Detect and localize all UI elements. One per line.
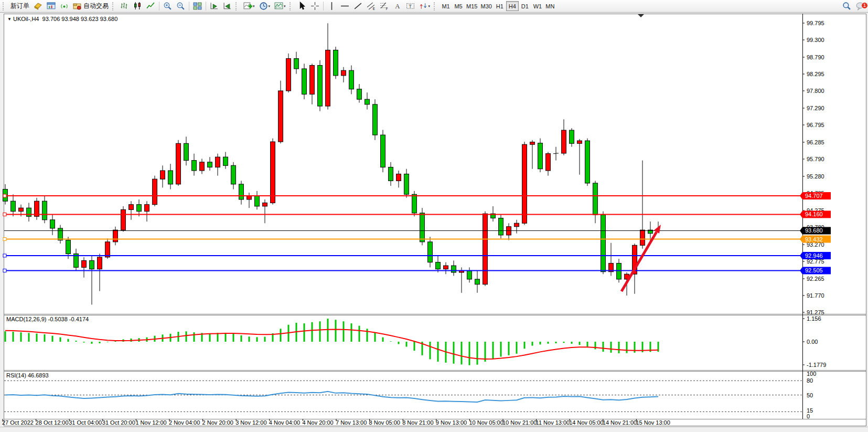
candle-down [58,228,63,240]
candle-down [334,50,338,76]
status-bar [0,427,868,432]
svg-text:96.795: 96.795 [807,122,824,128]
candle-down [601,215,606,272]
candle-up [160,171,165,179]
candle-down [168,171,173,184]
chart-canvas[interactable]: 99.79599.30098.79098.29597.80097.29096.7… [0,0,868,432]
candle-down [208,162,212,167]
candle-down [231,165,236,184]
candle-down [593,183,598,215]
candle-down [294,59,299,69]
candle-up [577,141,582,143]
candle-up [19,208,24,211]
candle-up [483,214,488,285]
candle-down [585,141,590,183]
candle-up [263,203,267,206]
candle-up [129,205,134,210]
candle-down [255,196,260,206]
candle-down [436,262,441,269]
time-label: 2 Nov 20:00 [202,419,233,426]
symbol-header: ▼ UKOil-,H4 93.706 93.948 93.623 93.680 [7,16,117,22]
svg-text:94.160: 94.160 [805,211,823,217]
candle-down [381,135,385,167]
candle-down [617,264,621,279]
time-label: 31 Oct 20:00 [102,419,135,426]
candle-down [452,266,456,272]
time-label: 8 Nov 05:00 [369,419,400,426]
candle-down [318,66,323,107]
candle-up [444,266,448,269]
svg-text:92.505: 92.505 [805,267,823,273]
candle-down [90,260,94,269]
line-anchor-handle [3,269,6,272]
candle-up [397,174,401,181]
candle-down [420,213,425,242]
candle-up [278,91,283,142]
line-anchor-handle [3,254,6,257]
candle-down [467,271,472,279]
rsi-indicator-label: RSI(14) 46.6893 [6,372,49,378]
svg-text:50: 50 [807,392,813,398]
time-axis[interactable]: 27 Oct 202228 Oct 12:0031 Oct 04:0031 Oc… [2,419,670,426]
candle-up [640,230,645,245]
candle-up [341,70,346,76]
candle-up [530,142,535,145]
svg-text:93.432: 93.432 [805,236,823,243]
svg-text:-1.1779: -1.1779 [807,362,826,368]
svg-text:93.680: 93.680 [805,227,823,234]
candle-down [302,69,307,94]
svg-text:99.300: 99.300 [807,37,824,43]
time-label: 15 Nov 13:00 [636,419,670,426]
time-label: 7 Nov 13:00 [336,419,367,426]
line-anchor-handle [3,213,6,216]
candle-up [82,260,87,267]
time-label: 31 Oct 04:00 [69,419,102,426]
svg-text:92.265: 92.265 [807,276,824,282]
time-label: 3 Nov 12:00 [235,419,266,426]
candle-down [137,205,142,212]
time-label: 11 Nov 13:00 [536,419,570,426]
svg-text:94.707: 94.707 [805,193,823,199]
time-label: 14 Nov 21:00 [603,419,637,426]
candle-down [349,70,354,89]
time-label: 28 Oct 12:00 [36,419,69,426]
time-label: 4 Nov 20:00 [302,419,333,426]
symbol-dropdown-icon[interactable]: ▼ [7,17,12,22]
candle-down [239,184,244,199]
candle-down [389,167,393,181]
time-label: 27 Oct 2022 [2,419,34,426]
line-anchor-handle [3,194,6,197]
time-label: 10 Nov 21:00 [502,419,537,426]
time-label: 4 Nov 04:00 [269,419,300,426]
time-label: 9 Nov 13:00 [436,419,467,426]
candle-up [113,230,118,242]
candle-down [428,242,433,262]
time-label: 8 Nov 21:00 [402,419,433,426]
candle-up [562,130,566,153]
candle-down [404,174,409,194]
candle-down [475,279,480,285]
svg-text:100: 100 [807,371,816,377]
candle-up [200,162,205,171]
line-anchor-handle [3,238,6,241]
candle-down [570,130,574,143]
svg-text:98.790: 98.790 [807,54,824,60]
candle-up [326,50,330,106]
svg-text:1.156: 1.156 [807,315,821,322]
candle-down [66,240,71,254]
candle-down [365,99,370,104]
candle-down [499,218,503,235]
candle-down [184,143,189,160]
candle-up [145,205,149,212]
svg-text:95.280: 95.280 [807,173,824,180]
chart-window[interactable] [4,14,866,426]
candle-up [121,209,126,230]
svg-text:98.295: 98.295 [807,71,824,77]
candle-down [192,161,197,171]
candle-down [538,143,543,169]
candle-up [216,157,220,167]
candle-down [11,201,16,211]
candle-down [223,157,228,165]
candle-down [412,194,417,213]
candle-up [515,223,519,226]
